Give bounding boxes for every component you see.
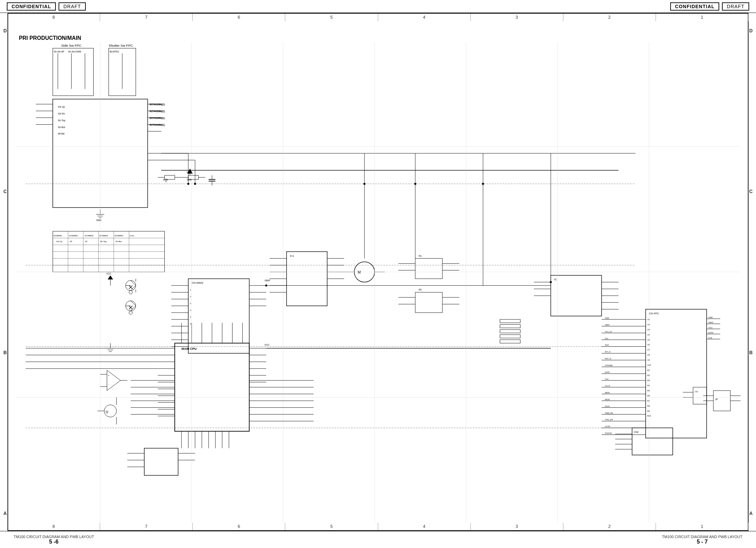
svg-text:CN: CN [695, 391, 698, 393]
grid-bottom-7: 7 [100, 523, 193, 530]
svg-text:SCPAG20N(C): SCPAG20N(C) [150, 117, 164, 120]
svg-text:AF/AE: AF/AE [58, 132, 65, 135]
svg-text:M: M [358, 270, 361, 274]
svg-text:JP: JP [715, 398, 718, 401]
grid-top-1: 1 [656, 14, 749, 21]
grid-top: 8 7 6 5 4 3 2 1 [7, 14, 749, 21]
svg-text:SCWM03: SCWM03 [85, 235, 94, 237]
svg-text:IC1: IC1 [290, 254, 294, 257]
svg-text:MAIN CPU: MAIN CPU [181, 347, 196, 350]
svg-text:CHG_EN: CHG_EN [605, 419, 613, 421]
svg-text:Q: Q [106, 410, 108, 413]
svg-text:A6: A6 [647, 344, 650, 346]
svg-text:Shutter Sw FPC: Shutter Sw FPC [109, 44, 133, 47]
svg-text:B5: B5 [647, 390, 650, 392]
right-draft-badge: DRAFT [722, 2, 749, 11]
svg-text:CS_N: CS_N [605, 385, 610, 387]
grid-top-6: 6 [193, 14, 285, 21]
footer-left: TM100 CIRCUIT DIAGRAM AND PWB LAYOUT 5 -… [14, 535, 94, 545]
svg-text:B4: B4 [647, 385, 650, 387]
svg-text:Vol Up: Vol Up [56, 240, 62, 242]
svg-text:MISO: MISO [605, 392, 610, 394]
svg-text:ACOK: ACOK [605, 425, 610, 427]
svg-text:CN MAIN: CN MAIN [192, 281, 203, 284]
svg-point-247 [187, 183, 189, 185]
right-letter-B: B [749, 350, 753, 355]
right-letter-A: A [749, 511, 753, 516]
svg-text:A9: A9 [647, 359, 650, 361]
svg-text:Sh-Top: Sh-Top [58, 119, 65, 122]
grid-bottom-8: 8 [7, 523, 100, 530]
svg-text:SCWM05: SCWM05 [114, 235, 123, 237]
grid-bottom-4: 4 [378, 523, 471, 530]
svg-text:PRI PRODUCTION/MAIN: PRI PRODUCTION/MAIN [19, 35, 81, 41]
svg-point-253 [550, 281, 552, 283]
left-letter-C: C [3, 189, 7, 194]
svg-text:RST_N: RST_N [605, 358, 611, 360]
footer-left-label: TM100 CIRCUIT DIAGRAM AND PWB LAYOUT [14, 535, 94, 539]
svg-text:PGOOD: PGOOD [605, 432, 612, 434]
svg-text:VBAT: VBAT [708, 322, 714, 324]
side-letters-right: D C B A [749, 21, 753, 523]
footer-right-label: TM100 CIRCUIT DIAGRAM AND PWB LAYOUT [662, 535, 742, 539]
svg-text:R1: R1 [419, 255, 422, 257]
svg-text:VCC: VCC [708, 327, 713, 329]
footer-right: TM100 CIRCUIT DIAGRAM AND PWB LAYOUT 5 -… [662, 535, 742, 545]
footer-right-number: 5 - 7 [662, 539, 742, 545]
grid-bottom-5: 5 [285, 523, 378, 530]
svg-text:A2: A2 [647, 324, 650, 326]
right-letter-C: C [749, 189, 753, 194]
svg-text:GND: GND [96, 219, 101, 221]
schematic-svg: Side Sw FPC Sh.Sw AP Sh.Sw DWN Shutter S… [7, 21, 749, 523]
svg-text:GND: GND [708, 316, 713, 318]
svg-text:B3: B3 [647, 379, 650, 381]
grid-bottom-6: 6 [193, 523, 285, 530]
svg-text:VCC: VCC [106, 272, 111, 275]
svg-text:100k: 100k [187, 178, 192, 181]
svg-text:SCLK: SCLK [605, 405, 610, 407]
svg-text:SCWM04: SCWM04 [99, 235, 108, 237]
svg-text:B10: B10 [647, 415, 651, 417]
grid-bottom-2: 2 [563, 523, 656, 530]
svg-text:DATA: DATA [708, 332, 713, 334]
svg-text:B9: B9 [647, 410, 650, 412]
top-banner: CONFIDENTIAL DRAFT CONFIDENTIAL DRAFT [0, 0, 756, 13]
svg-text:BLMTEC: BLMTEC [110, 50, 119, 53]
grid-top-5: 5 [285, 14, 378, 21]
svg-text:A8: A8 [647, 354, 650, 356]
left-confidential-badge: CONFIDENTIAL [7, 2, 56, 11]
grid-top-7: 7 [100, 14, 193, 21]
svg-text:CN FPC: CN FPC [649, 312, 659, 315]
svg-text:CN2: CN2 [634, 431, 639, 433]
svg-text:R2: R2 [419, 288, 422, 291]
svg-text:SCPAG20N(C): SCPAG20N(C) [150, 124, 164, 126]
svg-text:Func: Func [130, 235, 134, 237]
svg-text:-: - [108, 383, 109, 386]
svg-text:DATA: DATA [605, 371, 610, 373]
left-draft-badge: DRAFT [59, 2, 86, 11]
right-confidential-badge: CONFIDENTIAL [670, 2, 719, 11]
svg-text:Sh-Bot: Sh-Bot [115, 240, 122, 242]
svg-text:SCWM02: SCWM02 [69, 235, 78, 237]
grid-bottom: 8 7 6 5 4 3 2 1 [7, 523, 749, 530]
svg-text:A3: A3 [647, 329, 650, 331]
svg-point-248 [194, 183, 196, 185]
svg-text:PWR_EN: PWR_EN [605, 412, 613, 414]
svg-text:VBAT: VBAT [605, 324, 610, 326]
svg-text:VBAT: VBAT [264, 279, 271, 282]
svg-text:SCPAG20N(C): SCPAG20N(C) [150, 110, 164, 113]
svg-text:A10: A10 [647, 364, 651, 366]
svg-text:SDA: SDA [605, 344, 609, 346]
svg-text:Sh.Sw DWN: Sh.Sw DWN [68, 50, 81, 53]
svg-text:CLK: CLK [708, 337, 712, 339]
grid-bottom-1: 1 [656, 523, 749, 530]
side-letters-left: D C B A [3, 21, 7, 523]
svg-text:VCC_IO: VCC_IO [605, 331, 612, 333]
svg-text:MOSI: MOSI [605, 398, 610, 401]
svg-text:STROBE: STROBE [605, 364, 613, 366]
svg-text:B1: B1 [647, 369, 650, 371]
svg-text:B7: B7 [647, 400, 650, 402]
footer-left-number: 5 -6 [14, 539, 94, 545]
svg-text:CLK: CLK [605, 378, 609, 380]
svg-text:Side Sw FPC: Side Sw FPC [61, 44, 81, 47]
